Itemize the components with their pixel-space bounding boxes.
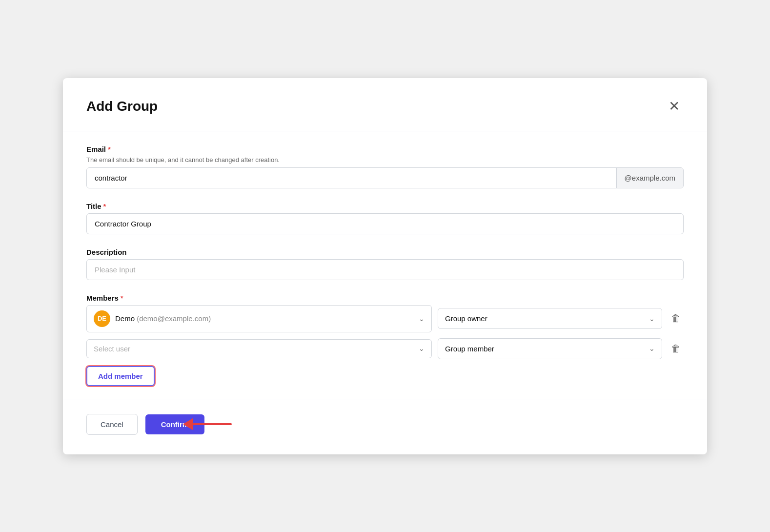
members-field-group: Members * DE Demo (demo@example.com) ⌄ G… [86, 294, 684, 386]
dialog-header: Add Group ✕ [86, 98, 684, 115]
email-suffix: @example.com [616, 168, 683, 188]
email-hint: The email should be unique, and it canno… [86, 156, 684, 164]
arrow-head [183, 418, 193, 430]
chevron-down-icon: ⌄ [649, 315, 655, 323]
user-name: Demo (demo@example.com) [115, 314, 211, 323]
title-required-star: * [103, 202, 106, 210]
member-row: Select user ⌄ Group member ⌄ 🗑 [86, 338, 684, 359]
chevron-down-icon: ⌄ [419, 315, 425, 323]
role-label: Group member [445, 345, 494, 353]
description-input[interactable] [86, 259, 684, 280]
arrow-shaft [193, 423, 232, 425]
add-member-button[interactable]: Add member [86, 366, 155, 386]
delete-member-button[interactable]: 🗑 [668, 311, 684, 326]
user-select-placeholder[interactable]: Select user ⌄ [86, 339, 432, 358]
user-select-left: Select user [94, 345, 419, 353]
trash-icon: 🗑 [671, 313, 681, 324]
chevron-down-icon: ⌄ [419, 345, 425, 352]
header-divider [63, 131, 707, 131]
members-label: Members * [86, 294, 684, 302]
arrow-indicator [184, 418, 232, 430]
title-field-group: Title * [86, 202, 684, 234]
cancel-button[interactable]: Cancel [86, 414, 138, 435]
trash-icon: 🗑 [671, 343, 681, 354]
email-field-group: Email * The email should be unique, and … [86, 145, 684, 188]
select-user-placeholder: Select user [94, 345, 130, 353]
members-required-star: * [121, 294, 123, 302]
description-label: Description [86, 248, 684, 256]
user-select-left: DE Demo (demo@example.com) [94, 310, 419, 327]
dialog-title: Add Group [86, 99, 158, 114]
email-label: Email * [86, 145, 684, 153]
title-input[interactable] [86, 213, 684, 234]
email-required-star: * [108, 145, 111, 153]
close-icon: ✕ [669, 99, 680, 114]
user-email: (demo@example.com) [137, 314, 211, 323]
email-input[interactable] [87, 168, 616, 188]
description-field-group: Description [86, 248, 684, 280]
members-rows: DE Demo (demo@example.com) ⌄ Group owner… [86, 305, 684, 359]
role-select-owner[interactable]: Group owner ⌄ [438, 308, 662, 329]
role-select-member[interactable]: Group member ⌄ [438, 338, 662, 359]
add-group-dialog: Add Group ✕ Email * The email should be … [63, 78, 707, 454]
email-input-wrapper: @example.com [86, 167, 684, 188]
title-label: Title * [86, 202, 684, 210]
user-select-demo[interactable]: DE Demo (demo@example.com) ⌄ [86, 305, 432, 332]
footer-divider [63, 400, 707, 400]
member-row: DE Demo (demo@example.com) ⌄ Group owner… [86, 305, 684, 332]
dialog-footer: Cancel Confirm [86, 414, 684, 435]
delete-member-button[interactable]: 🗑 [668, 341, 684, 356]
avatar: DE [94, 310, 110, 327]
close-button[interactable]: ✕ [665, 98, 684, 115]
chevron-down-icon: ⌄ [649, 345, 655, 352]
role-label: Group owner [445, 314, 487, 323]
